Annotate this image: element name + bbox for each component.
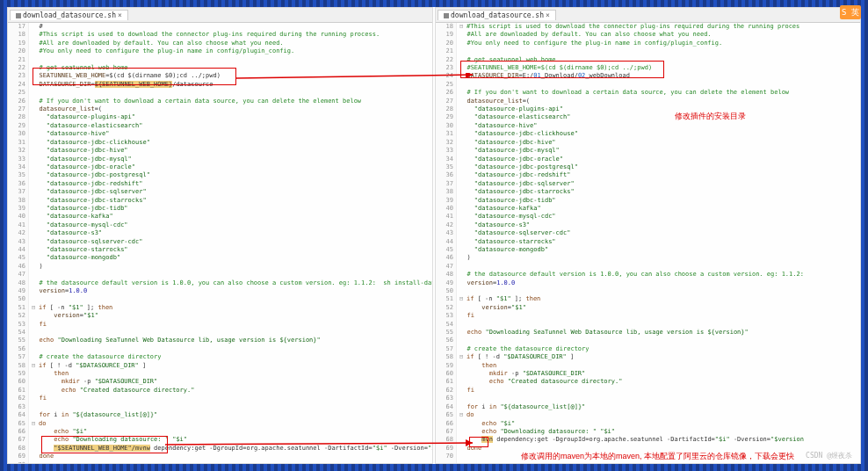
file-icon: [444, 13, 449, 18]
left-code[interactable]: # #This script is used to download the c…: [29, 23, 432, 464]
annotation-top: 修改插件的安装目录: [675, 111, 746, 122]
ime-badge: S 英: [840, 5, 861, 19]
left-gutter: 17 18 19 20 21 22 23 24 25 26 27 28 29 3…: [8, 23, 29, 464]
left-tab-label: download_datasource.sh: [23, 11, 116, 19]
right-code[interactable]: ⊟#This script is used to download the co…: [457, 23, 860, 464]
annotation-bottom: 修改调用的maven为本地的maven, 本地配置了阿里云的仓库镜像，下载会更快: [521, 451, 794, 462]
watermark: CSDN @煜夜杀: [806, 451, 852, 460]
right-gutter: 18 19 20 21 22 23 24 25 26 27 28 29 30 3…: [436, 23, 457, 464]
left-tab[interactable]: download_datasource.sh ×: [10, 10, 128, 20]
right-code-area[interactable]: 18 19 20 21 22 23 24 25 26 27 28 29 30 3…: [436, 23, 860, 464]
diff-container: download_datasource.sh × 17 18 19 20 21 …: [7, 7, 861, 464]
right-tab-label: download_datasource.sh: [451, 11, 544, 19]
left-pane: download_datasource.sh × 17 18 19 20 21 …: [7, 7, 433, 464]
left-code-area[interactable]: 17 18 19 20 21 22 23 24 25 26 27 28 29 3…: [8, 23, 432, 464]
right-tab-bar: download_datasource.sh ×: [436, 8, 860, 23]
right-pane: download_datasource.sh × 18 19 20 21 22 …: [435, 7, 861, 464]
close-icon[interactable]: ×: [118, 11, 122, 19]
close-icon[interactable]: ×: [546, 11, 550, 19]
right-tab[interactable]: download_datasource.sh ×: [438, 10, 556, 20]
left-tab-bar: download_datasource.sh ×: [8, 8, 432, 23]
file-icon: [16, 13, 21, 18]
